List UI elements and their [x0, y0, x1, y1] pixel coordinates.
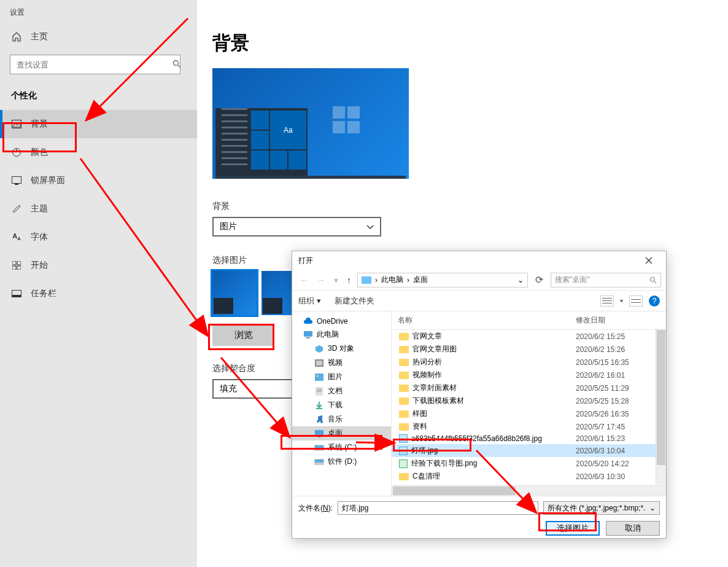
- 3d-icon: [314, 345, 324, 353]
- browse-button[interactable]: 浏览: [212, 324, 274, 346]
- file-date: 2020/6/3 10:30: [570, 472, 649, 481]
- font-icon: AA: [11, 232, 22, 241]
- file-row[interactable]: 官网文章2020/6/2 15:25: [392, 330, 666, 343]
- image-file-icon: [399, 447, 408, 455]
- col-date[interactable]: 修改日期: [570, 311, 649, 329]
- png-file-icon: [399, 459, 408, 468]
- forward-arrow-icon[interactable]: →: [314, 275, 328, 285]
- cloud-icon: [303, 317, 313, 326]
- view-dropdown-icon[interactable]: ▾: [620, 297, 623, 304]
- file-row[interactable]: 文章封面素材2020/5/25 11:29: [392, 381, 666, 394]
- file-name: 经验下载引导图.png: [411, 458, 477, 469]
- nav-item-颜色[interactable]: 颜色: [0, 138, 197, 166]
- svg-point-0: [174, 61, 179, 66]
- svg-rect-19: [304, 331, 312, 337]
- filename-input[interactable]: [338, 501, 538, 515]
- image-icon: [11, 120, 22, 128]
- filetype-dropdown[interactable]: 所有文件 (*.jpg;*.jpeg;*.bmp;*. ⌄: [543, 501, 660, 515]
- file-row[interactable]: 资料2020/5/7 17:45: [392, 420, 666, 433]
- nav-item-开始[interactable]: 开始: [0, 251, 197, 280]
- svg-rect-23: [315, 373, 323, 381]
- file-date: 2020/6/2 15:25: [570, 332, 649, 341]
- tree-label: 3D 对象: [328, 343, 354, 354]
- search-icon: [172, 60, 181, 71]
- file-row[interactable]: a683b5444fb555f32fa55a66d8b26f8.jpg2020/…: [392, 433, 666, 444]
- svg-rect-10: [17, 261, 21, 265]
- file-name: 视频制作: [412, 370, 442, 380]
- chevron-down-icon: [366, 222, 374, 232]
- search-input[interactable]: [10, 55, 180, 74]
- path-segment[interactable]: 桌面: [413, 275, 428, 285]
- tree-item[interactable]: 视频: [292, 356, 391, 370]
- desktop-preview: Aa: [212, 68, 409, 179]
- file-row[interactable]: C盘清理2020/6/3 10:30: [392, 470, 666, 483]
- tree-item[interactable]: 文档: [292, 384, 391, 398]
- path-box[interactable]: › 此电脑 › 桌面 ⌄: [357, 273, 528, 287]
- tree-label: 下载: [328, 400, 343, 410]
- vertical-scrollbar[interactable]: [656, 329, 666, 485]
- file-row[interactable]: 热词分析2020/5/15 16:35: [392, 356, 666, 369]
- file-date: 2020/5/25 15:28: [570, 397, 649, 405]
- file-date: 2020/6/3 10:04: [570, 447, 649, 455]
- tree-item[interactable]: 下载: [292, 398, 391, 412]
- organize-menu[interactable]: 组织 ▾: [298, 295, 321, 307]
- file-row[interactable]: 样图2020/5/26 16:35: [392, 407, 666, 420]
- nav-item-背景[interactable]: 背景: [0, 110, 197, 138]
- nav-item-主题[interactable]: 主题: [0, 195, 197, 223]
- palette-icon: [11, 147, 22, 157]
- col-name[interactable]: 名称: [392, 311, 570, 329]
- nav-label: 开始: [31, 260, 48, 271]
- up-arrow-icon[interactable]: ↑: [344, 275, 354, 285]
- file-row[interactable]: 经验下载引导图.png2020/5/20 14:22: [392, 457, 666, 470]
- tree-item[interactable]: 软件 (D:): [292, 455, 391, 469]
- file-name: 资料: [412, 421, 427, 432]
- desktop-icon: [314, 429, 324, 438]
- tree-item[interactable]: 桌面: [292, 426, 391, 440]
- background-type-dropdown[interactable]: 图片: [212, 217, 381, 237]
- preview-pane-button[interactable]: [629, 295, 643, 307]
- file-row[interactable]: 官网文章用图2020/6/2 15:26: [392, 343, 666, 356]
- folder-tree[interactable]: OneDrive此电脑3D 对象视频图片文档下载音乐桌面系统 (C:)软件 (D…: [292, 311, 392, 496]
- nav-item-锁屏界面[interactable]: 锁屏界面: [0, 166, 197, 195]
- filetype-value: 所有文件 (*.jpg;*.jpeg;*.bmp;*.: [548, 503, 645, 514]
- cancel-button[interactable]: 取消: [606, 521, 660, 536]
- horizontal-scrollbar[interactable]: [392, 485, 666, 496]
- svg-point-24: [317, 375, 319, 377]
- thumb-1[interactable]: [212, 271, 257, 315]
- svg-rect-9: [12, 261, 16, 265]
- file-row[interactable]: 灯塔.jpg2020/6/3 10:04: [392, 444, 666, 457]
- tree-item[interactable]: 系统 (C:): [292, 440, 391, 455]
- view-mode-button[interactable]: [600, 295, 614, 307]
- file-date: 2020/6/2 15:26: [570, 345, 649, 354]
- home-icon: [11, 32, 22, 42]
- help-icon[interactable]: ?: [649, 295, 660, 307]
- tree-item[interactable]: 此电脑: [292, 327, 391, 342]
- dialog-search-input[interactable]: 搜索"桌面": [551, 273, 661, 287]
- tree-item[interactable]: 3D 对象: [292, 342, 391, 356]
- tree-item[interactable]: 图片: [292, 370, 391, 384]
- refresh-icon[interactable]: ⟳: [532, 274, 547, 286]
- recent-dropdown-icon[interactable]: ▾: [331, 275, 341, 285]
- music-icon: [314, 415, 324, 424]
- file-row[interactable]: 视频制作2020/6/2 16:01: [392, 369, 666, 381]
- file-name: 官网文章用图: [412, 344, 457, 354]
- file-row[interactable]: 下载图模板素材2020/5/25 15:28: [392, 394, 666, 407]
- path-segment[interactable]: 此电脑: [381, 275, 403, 285]
- back-arrow-icon[interactable]: ←: [297, 275, 311, 285]
- nav-item-任务栏[interactable]: 任务栏: [0, 280, 197, 308]
- file-date: 2020/6/2 16:01: [570, 371, 649, 380]
- chevron-down-icon: ⌄: [649, 504, 656, 512]
- close-button[interactable]: [637, 252, 661, 268]
- chevron-down-icon[interactable]: ⌄: [517, 276, 524, 284]
- nav-label: 锁屏界面: [31, 175, 65, 186]
- file-date: 2020/5/7 17:45: [570, 423, 649, 431]
- file-name: 样图: [412, 409, 427, 419]
- select-image-button[interactable]: 选择图片: [546, 521, 600, 536]
- home-link[interactable]: 主页: [0, 25, 197, 49]
- new-folder-button[interactable]: 新建文件夹: [335, 295, 374, 307]
- nav-item-字体[interactable]: AA字体: [0, 223, 197, 251]
- tree-item[interactable]: OneDrive: [292, 315, 391, 327]
- file-list: 名称 修改日期 官网文章2020/6/2 15:25官网文章用图2020/6/2…: [392, 311, 666, 496]
- folder-icon: [399, 397, 409, 405]
- tree-item[interactable]: 音乐: [292, 412, 391, 426]
